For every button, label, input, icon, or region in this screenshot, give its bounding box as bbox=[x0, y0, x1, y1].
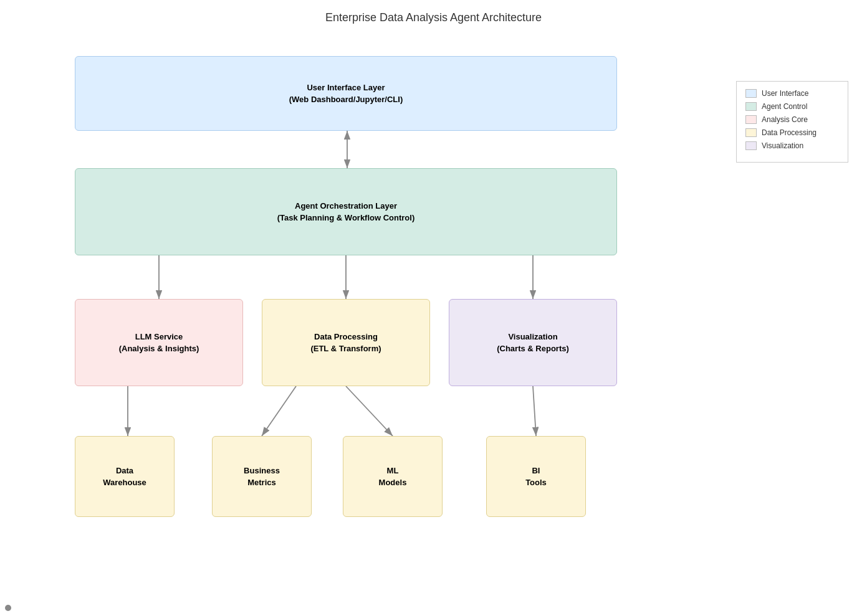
ml-label2: Models bbox=[379, 476, 407, 489]
ui-layer-label1: User Interface Layer bbox=[289, 82, 403, 94]
dw-box: Data Warehouse bbox=[75, 436, 175, 517]
legend-swatch-dp bbox=[745, 128, 757, 137]
legend-swatch-agent bbox=[745, 102, 757, 111]
legend-swatch-viz bbox=[745, 141, 757, 150]
viz-label1: Visualization bbox=[497, 331, 569, 343]
legend: User Interface Agent Control Analysis Co… bbox=[736, 81, 848, 163]
legend-item-analysis: Analysis Core bbox=[745, 115, 839, 124]
legend-swatch-analysis bbox=[745, 115, 757, 124]
ui-layer-box: User Interface Layer (Web Dashboard/Jupy… bbox=[75, 56, 617, 131]
llm-label1: LLM Service bbox=[119, 331, 199, 343]
legend-label-viz: Visualization bbox=[762, 141, 803, 150]
dp-label2: (ETL & Transform) bbox=[310, 343, 381, 355]
bi-label2: Tools bbox=[525, 476, 547, 489]
agent-layer-label1: Agent Orchestration Layer bbox=[277, 200, 415, 212]
ml-label1: ML bbox=[379, 465, 407, 477]
bi-label1: BI bbox=[525, 465, 547, 477]
legend-item-viz: Visualization bbox=[745, 141, 839, 150]
bm-label2: Metrics bbox=[244, 476, 280, 489]
legend-swatch-ui bbox=[745, 89, 757, 98]
viz-label2: (Charts & Reports) bbox=[497, 343, 569, 355]
ml-box: ML Models bbox=[343, 436, 443, 517]
bm-box: Business Metrics bbox=[212, 436, 312, 517]
viz-box: Visualization (Charts & Reports) bbox=[449, 299, 617, 386]
legend-label-analysis: Analysis Core bbox=[762, 115, 808, 124]
legend-item-dp: Data Processing bbox=[745, 128, 839, 137]
agent-layer-label2: (Task Planning & Workflow Control) bbox=[277, 212, 415, 224]
dp-label1: Data Processing bbox=[310, 331, 381, 343]
legend-item-ui: User Interface bbox=[745, 89, 839, 98]
ui-layer-label2: (Web Dashboard/Jupyter/CLI) bbox=[289, 93, 403, 106]
dw-label1: Data bbox=[103, 465, 146, 477]
llm-box: LLM Service (Analysis & Insights) bbox=[75, 299, 243, 386]
legend-item-agent: Agent Control bbox=[745, 102, 839, 111]
dp-box: Data Processing (ETL & Transform) bbox=[262, 299, 430, 386]
bi-box: BI Tools bbox=[486, 436, 586, 517]
diagram-area: User Interface Layer (Web Dashboard/Jupy… bbox=[37, 31, 723, 592]
dw-label2: Warehouse bbox=[103, 476, 146, 489]
legend-label-dp: Data Processing bbox=[762, 128, 817, 137]
bm-label1: Business bbox=[244, 465, 280, 477]
legend-label-ui: User Interface bbox=[762, 89, 808, 98]
svg-line-8 bbox=[346, 386, 393, 436]
llm-label2: (Analysis & Insights) bbox=[119, 343, 199, 355]
agent-layer-box: Agent Orchestration Layer (Task Planning… bbox=[75, 168, 617, 255]
legend-label-agent: Agent Control bbox=[762, 102, 807, 111]
svg-line-9 bbox=[533, 386, 536, 436]
page-title: Enterprise Data Analysis Agent Architect… bbox=[0, 0, 867, 31]
bottom-dot bbox=[5, 605, 11, 611]
svg-line-7 bbox=[262, 386, 296, 436]
